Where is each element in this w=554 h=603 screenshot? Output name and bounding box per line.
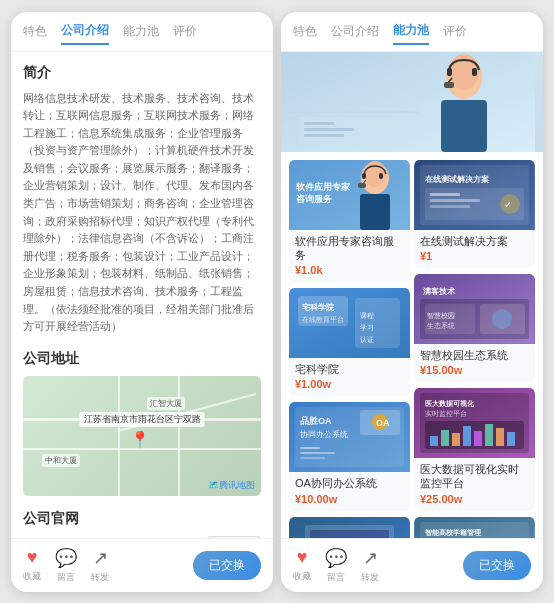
left-content: 简介 网络信息技术研发、技术服务、技术咨询、技术转让；互联网信息服务；互联网技术… [11,52,273,538]
card-oa-price: ¥10.00w [295,493,404,505]
card-medical-info: 医大数据可视化实时监控平台 ¥25.00w [414,458,535,511]
right-action-icons: ♥ 收藏 💬 留言 ↗ 转发 [293,547,463,584]
svg-rect-17 [379,173,383,179]
right-comment-action[interactable]: 💬 留言 [325,547,347,584]
phones-container: 特色 公司介绍 能力池 评价 简介 网络信息技术研发、技术服务、技术咨询、技术转… [3,4,551,600]
card-medical[interactable]: 医大数据可视化 实时监控平台 [414,388,535,511]
right-bottom-bar: ♥ 收藏 💬 留言 ↗ 转发 已交换 [281,538,543,592]
svg-text:在线测试解决方案: 在线测试解决方案 [424,174,489,184]
card-zhaike-name: 宅科学院 [295,362,404,376]
card-remote-test[interactable]: 远程笔试系统 远程笔试系统 [289,517,410,538]
right-like-action[interactable]: ♥ 收藏 [293,547,311,584]
card-consultant[interactable]: 软件应用专家 咨询服务 软件应用专家咨询服务 ¥1.0k [289,160,410,283]
card-campus-price: ¥15.00w [420,364,529,376]
capability-cards-area: 软件应用专家 咨询服务 软件应用专家咨询服务 ¥1.0k [281,152,543,538]
svg-text:品胜OA: 品胜OA [300,416,332,426]
svg-rect-37 [300,452,335,454]
card-campus-info: 智慧校园生态系统 ¥15.00w [414,344,535,382]
card-oa-name: OA协同办公系统 [295,476,404,490]
card-online-test-price: ¥1 [420,250,529,262]
svg-rect-75 [507,432,515,446]
card-consultant-name: 软件应用专家咨询服务 [295,234,404,263]
left-tab-公司介绍[interactable]: 公司介绍 [61,22,109,45]
right-share-action[interactable]: ↗ 转发 [361,547,379,584]
card-online-test-name: 在线测试解决方案 [420,234,529,248]
card-campus-name: 智慧校园生态系统 [420,348,529,362]
right-comment-label: 留言 [327,571,345,584]
svg-rect-38 [300,457,325,459]
left-tab-评价[interactable]: 评价 [173,23,197,44]
building-label-1: 汇智大厦 [147,397,185,410]
map-container[interactable]: 汇智大厦 中和大厦 江苏省南京市雨花台区宁双路 📍 🗺️腾讯地图 [23,376,261,496]
card-zhaike[interactable]: 宅科学院 在线教育平台 课程 学习 认证 宅科学院 ¥1.00w [289,288,410,396]
card-consultant-info: 软件应用专家咨询服务 ¥1.0k [289,230,410,283]
card-oa[interactable]: 品胜OA 协同办公系统 OA OA协同办公系统 [289,402,410,510]
svg-text:实时监控平台: 实时监控平台 [425,410,467,417]
svg-rect-10 [304,128,354,131]
card-oa-info: OA协同办公系统 ¥10.00w [289,472,410,510]
svg-rect-71 [463,426,471,446]
right-tab-评价[interactable]: 评价 [443,23,467,44]
svg-text:课程: 课程 [360,312,374,319]
svg-rect-5 [472,68,477,76]
right-tab-公司介绍[interactable]: 公司介绍 [331,23,379,44]
cards-col-left: 软件应用专家 咨询服务 软件应用专家咨询服务 ¥1.0k [289,160,410,538]
svg-text:软件应用专家: 软件应用专家 [295,181,351,192]
svg-text:✓: ✓ [504,200,512,210]
svg-rect-2 [441,100,487,152]
svg-text:认证: 认证 [360,336,374,344]
svg-text:智慧校园: 智慧校园 [427,312,455,319]
svg-rect-70 [452,433,460,446]
card-online-test[interactable]: 在线测试解决方案 ✓ 在线测试解决方案 ¥1 [414,160,535,268]
card-oa-img: 品胜OA 协同办公系统 OA [289,402,410,472]
cards-col-right: 在线测试解决方案 ✓ 在线测试解决方案 ¥1 [414,160,535,538]
right-share-icon: ↗ [363,547,378,569]
right-tab-bar: 特色 公司介绍 能力池 评价 [281,12,543,52]
svg-rect-9 [304,122,334,125]
svg-text:在线教育平台: 在线教育平台 [302,315,344,324]
left-tab-特色[interactable]: 特色 [23,23,47,44]
comment-icon: 💬 [55,547,77,569]
share-action[interactable]: ↗ 转发 [91,547,109,584]
tencent-map-logo: 🗺️腾讯地图 [208,479,255,492]
card-smart-campus[interactable]: 智能高校学籍管理 ☆ 智能高校学籍综合管理平台 [414,517,535,538]
left-action-icons: ♥ 收藏 💬 留言 ↗ 转发 [23,547,193,584]
svg-rect-51 [430,199,480,202]
share-label: 转发 [91,571,109,584]
left-tab-能力池[interactable]: 能力池 [123,23,159,44]
svg-rect-36 [300,447,320,449]
right-exchange-button[interactable]: 已交换 [463,551,531,580]
svg-rect-52 [430,205,470,208]
card-online-test-info: 在线测试解决方案 ¥1 [414,230,535,268]
website-title: 公司官网 [23,510,261,528]
svg-rect-18 [358,183,366,188]
intro-title: 简介 [23,64,261,82]
right-phone: 特色 公司介绍 能力池 评价 [281,12,543,592]
intro-text: 网络信息技术研发、技术服务、技术咨询、技术转让；互联网信息服务；互联网技术服务；… [23,90,261,336]
card-medical-img: 医大数据可视化 实时监控平台 [414,388,535,458]
comment-action[interactable]: 💬 留言 [55,547,77,584]
exchange-button[interactable]: 已交换 [193,551,261,580]
left-bottom-bar: ♥ 收藏 💬 留言 ↗ 转发 已交换 [11,538,273,592]
right-tab-特色[interactable]: 特色 [293,23,317,44]
left-tab-bar: 特色 公司介绍 能力池 评价 [11,12,273,52]
card-campus-img: 满客技术 智慧校园 生态系统 [414,274,535,344]
card-medical-name: 医大数据可视化实时监控平台 [420,462,529,491]
right-tab-能力池[interactable]: 能力池 [393,22,429,45]
right-like-label: 收藏 [293,570,311,583]
like-action[interactable]: ♥ 收藏 [23,547,41,584]
like-label: 收藏 [23,570,41,583]
svg-text:生态系统: 生态系统 [427,322,455,329]
svg-text:学习: 学习 [360,324,374,331]
svg-rect-69 [441,430,449,446]
svg-text:宅科学院: 宅科学院 [302,302,335,312]
svg-text:OA: OA [376,418,390,428]
svg-rect-4 [447,68,452,76]
map-location-text: 江苏省南京市雨花台区宁双路 [80,412,205,427]
left-phone: 特色 公司介绍 能力池 评价 简介 网络信息技术研发、技术服务、技术咨询、技术转… [11,12,273,592]
card-campus[interactable]: 满客技术 智慧校园 生态系统 智慧校园生态系统 ¥15.00w [414,274,535,382]
comment-label: 留言 [57,571,75,584]
map-pin-icon: 📍 [130,430,140,444]
svg-rect-68 [430,436,438,446]
card-consultant-img: 软件应用专家 咨询服务 [289,160,410,230]
